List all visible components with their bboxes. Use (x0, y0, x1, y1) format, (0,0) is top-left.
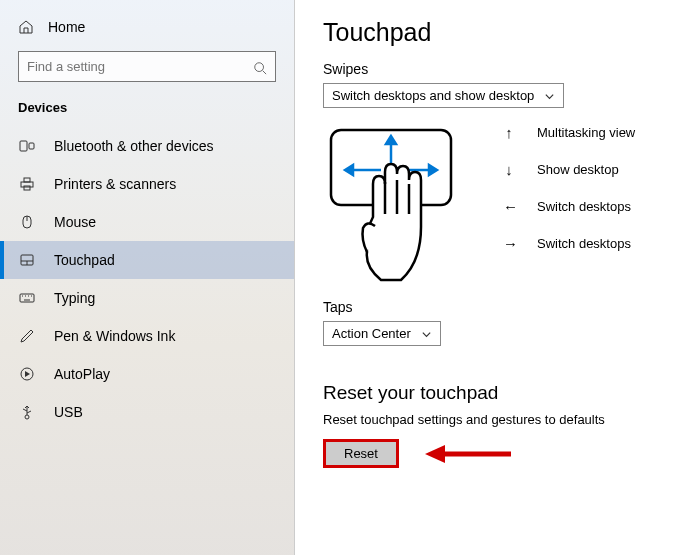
sidebar-item-label: Typing (54, 290, 95, 306)
svg-marker-26 (345, 165, 353, 175)
touchpad-illustration (323, 122, 463, 287)
touchpad-icon (18, 252, 36, 268)
taps-dropdown[interactable]: Action Center (323, 321, 441, 346)
arrow-left-icon: ← (503, 198, 515, 215)
gesture-label: Multitasking view (537, 125, 635, 140)
reset-button[interactable]: Reset (323, 439, 399, 468)
svg-point-0 (255, 62, 264, 71)
gesture-label: Switch desktops (537, 199, 631, 214)
svg-rect-11 (20, 294, 34, 302)
autoplay-icon (18, 366, 36, 382)
arrow-down-icon: ↓ (503, 161, 515, 178)
taps-dropdown-value: Action Center (332, 326, 411, 341)
swipes-dropdown[interactable]: Switch desktops and show desktop (323, 83, 564, 108)
gesture-legend: ↑ Multitasking view ↓ Show desktop ← Swi… (503, 122, 635, 287)
chevron-down-icon (544, 88, 555, 103)
search-icon (245, 58, 275, 76)
page-title: Touchpad (323, 18, 700, 47)
keyboard-icon (18, 290, 36, 306)
sidebar-section-header: Devices (0, 96, 294, 127)
gesture-down: ↓ Show desktop (503, 161, 635, 178)
reset-section-desc: Reset touchpad settings and gestures to … (323, 412, 700, 427)
sidebar-item-label: Touchpad (54, 252, 115, 268)
gesture-right: → Switch desktops (503, 235, 635, 252)
sidebar-item-label: USB (54, 404, 83, 420)
sidebar-item-label: Pen & Windows Ink (54, 328, 175, 344)
svg-rect-2 (29, 143, 34, 149)
sidebar-home[interactable]: Home (0, 18, 294, 45)
svg-marker-33 (425, 445, 445, 463)
arrow-right-icon: → (503, 235, 515, 252)
sidebar-item-printers[interactable]: Printers & scanners (0, 165, 294, 203)
gesture-up: ↑ Multitasking view (503, 124, 635, 141)
main-content: Touchpad Swipes Switch desktops and show… (295, 0, 700, 555)
bluetooth-icon (18, 138, 36, 154)
taps-label: Taps (323, 299, 700, 315)
sidebar-item-label: Printers & scanners (54, 176, 176, 192)
swipes-dropdown-value: Switch desktops and show desktop (332, 88, 534, 103)
sidebar-item-bluetooth[interactable]: Bluetooth & other devices (0, 127, 294, 165)
printer-icon (18, 176, 36, 192)
sidebar-item-pen-ink[interactable]: Pen & Windows Ink (0, 317, 294, 355)
search-box[interactable] (18, 51, 276, 82)
arrow-up-icon: ↑ (503, 124, 515, 141)
callout-arrow-icon (423, 443, 513, 465)
svg-point-18 (25, 415, 29, 419)
chevron-down-icon (421, 326, 432, 341)
swipes-label: Swipes (323, 61, 700, 77)
usb-icon (18, 404, 36, 420)
sidebar-item-touchpad[interactable]: Touchpad (0, 241, 294, 279)
sidebar-item-mouse[interactable]: Mouse (0, 203, 294, 241)
home-label: Home (48, 19, 85, 35)
svg-rect-4 (24, 178, 30, 182)
home-icon (18, 18, 34, 35)
sidebar-item-label: Mouse (54, 214, 96, 230)
settings-sidebar: Home Devices Bluetooth & other devices P… (0, 0, 295, 555)
gesture-left: ← Switch desktops (503, 198, 635, 215)
gesture-label: Show desktop (537, 162, 619, 177)
sidebar-item-usb[interactable]: USB (0, 393, 294, 431)
gesture-label: Switch desktops (537, 236, 631, 251)
svg-marker-22 (386, 136, 396, 144)
sidebar-item-label: Bluetooth & other devices (54, 138, 214, 154)
mouse-icon (18, 214, 36, 230)
reset-section-title: Reset your touchpad (323, 382, 700, 404)
svg-marker-28 (429, 165, 437, 175)
sidebar-item-typing[interactable]: Typing (0, 279, 294, 317)
sidebar-item-label: AutoPlay (54, 366, 110, 382)
pen-icon (18, 328, 36, 344)
sidebar-item-autoplay[interactable]: AutoPlay (0, 355, 294, 393)
search-input[interactable] (19, 59, 245, 74)
svg-rect-1 (20, 141, 27, 151)
